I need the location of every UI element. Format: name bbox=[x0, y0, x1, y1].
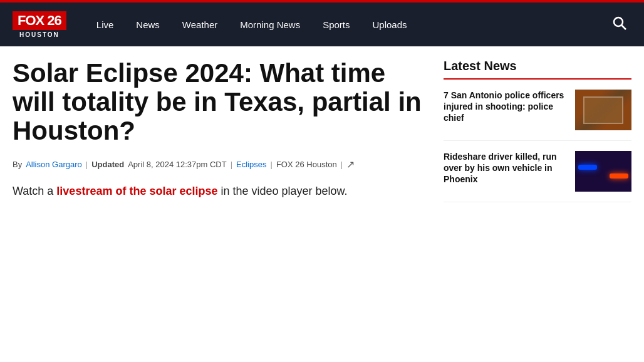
sep1: | bbox=[86, 160, 88, 169]
nav-item-live[interactable]: Live bbox=[85, 3, 125, 46]
article: Solar Eclipse 2024: What time will total… bbox=[13, 59, 425, 212]
nav-right bbox=[608, 11, 631, 38]
news-thumbnail bbox=[575, 151, 631, 192]
logo[interactable]: FOX 26 HOUSTON bbox=[13, 11, 66, 38]
nav-item-news[interactable]: News bbox=[125, 3, 171, 46]
nav-item-sports[interactable]: Sports bbox=[311, 3, 361, 46]
news-item-image bbox=[575, 151, 631, 192]
share-icon[interactable]: ↗ bbox=[346, 158, 355, 170]
sep2: | bbox=[231, 160, 232, 169]
author-link[interactable]: Allison Gargaro bbox=[26, 160, 82, 169]
list-item: Rideshare driver killed, run over by his… bbox=[444, 151, 631, 202]
search-button[interactable] bbox=[608, 11, 631, 38]
svg-line-1 bbox=[621, 25, 626, 29]
nav-item-morning-news[interactable]: Morning News bbox=[229, 3, 311, 46]
sep3: | bbox=[271, 160, 273, 169]
logo-text: FOX 26 bbox=[13, 11, 66, 30]
byline: By Allison Gargaro | Updated April 8, 20… bbox=[13, 158, 425, 170]
navigation: FOX 26 HOUSTON Live News Weather Morning… bbox=[0, 3, 644, 46]
nav-links: Live News Weather Morning News Sports Up… bbox=[85, 3, 608, 46]
by-label: By bbox=[13, 160, 22, 169]
body-text-2: in the video player below. bbox=[217, 185, 347, 197]
main-content: Solar Eclipse 2024: What time will total… bbox=[0, 46, 644, 212]
category-link[interactable]: Eclipses bbox=[236, 160, 266, 169]
news-item-text: 7 San Antonio police officers injured in… bbox=[444, 90, 568, 130]
news-item-image bbox=[575, 90, 631, 130]
source-text: FOX 26 Houston bbox=[276, 160, 337, 169]
svg-point-0 bbox=[614, 18, 623, 26]
updated-date: April 8, 2024 12:37pm CDT bbox=[128, 160, 227, 169]
list-item: 7 San Antonio police officers injured in… bbox=[444, 90, 631, 141]
news-item-text: Rideshare driver killed, run over by his… bbox=[444, 151, 568, 192]
sep4: | bbox=[341, 160, 343, 169]
livestream-link[interactable]: livestream of the solar eclipse bbox=[56, 185, 217, 197]
nav-item-uploads[interactable]: Uploads bbox=[361, 3, 418, 46]
updated-label: Updated bbox=[91, 160, 124, 169]
news-item-title[interactable]: 7 San Antonio police officers injured in… bbox=[444, 90, 568, 124]
logo-sub: HOUSTON bbox=[19, 31, 60, 38]
sidebar-title: Latest News bbox=[444, 59, 631, 80]
body-text-1: Watch a bbox=[13, 185, 56, 197]
sidebar: Latest News 7 San Antonio police officer… bbox=[444, 59, 631, 212]
nav-item-weather[interactable]: Weather bbox=[171, 3, 229, 46]
search-icon bbox=[613, 16, 626, 30]
article-headline: Solar Eclipse 2024: What time will total… bbox=[13, 59, 425, 146]
news-thumbnail bbox=[575, 90, 631, 130]
article-body: Watch a livestream of the solar eclipse … bbox=[13, 183, 425, 200]
news-item-title[interactable]: Rideshare driver killed, run over by his… bbox=[444, 151, 568, 185]
